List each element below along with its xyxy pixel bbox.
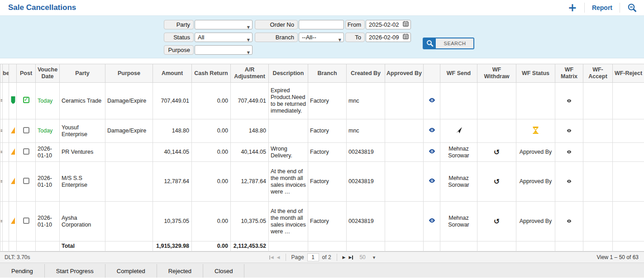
check-icon: ✓	[24, 96, 29, 103]
table-row[interactable]: = ✓ 2026-01-10 PR Ventures 40,144.05 0.0…	[0, 143, 644, 162]
to-date-field[interactable]: 2026-02-09	[366, 33, 411, 42]
post-checkbox[interactable]: ✓	[23, 178, 29, 184]
matrix-eye-icon[interactable]	[567, 128, 572, 134]
from-date-field[interactable]: 2025-02-02	[366, 20, 411, 29]
dropdown-arrow-icon: ▼	[247, 48, 250, 57]
withdraw-undo-icon[interactable]: ↺	[494, 177, 500, 186]
post-checkbox[interactable]: ✓	[23, 127, 29, 133]
paper-plane-icon[interactable]	[455, 127, 462, 135]
withdraw-undo-icon[interactable]: ↺	[494, 217, 500, 226]
calendar-icon[interactable]	[403, 20, 409, 29]
cell-party: Aysha Corporation	[60, 202, 105, 241]
cell-amount: 40,144.05	[153, 143, 192, 162]
col-wf-send[interactable]: WF Send	[440, 64, 477, 83]
hourglass-icon	[533, 129, 539, 135]
col-wf-withdraw[interactable]: WF Withdraw	[477, 64, 516, 83]
wf-status-text: Approved By	[520, 178, 552, 184]
table-row[interactable]: = ✓ 2026-01-10 M/S S.S Enterprise 12,787…	[0, 162, 644, 202]
filter-to-date: To 2026-02-09	[345, 33, 411, 42]
search-button[interactable]: SEARCH	[423, 38, 474, 49]
chevron-down-icon: ▾	[373, 255, 376, 260]
col-ar-adjustment[interactable]: A/R Adjustment	[231, 64, 269, 83]
col-party[interactable]: Party	[60, 64, 105, 83]
col-branch[interactable]: Branch	[308, 64, 347, 83]
col-voucher-date[interactable]: Vouche Date	[36, 64, 60, 83]
grid-footer: DLT: 3.70s ◀ ◀ Page of 2 ▶ ▶ 50▾ View 1 …	[0, 251, 644, 263]
voucher-date: Today	[38, 128, 52, 134]
dropdown-arrow-icon: ▼	[339, 36, 341, 44]
page-size-select[interactable]: 50▾	[359, 254, 375, 260]
sale-cancellations-grid: ber Post Vouche Date Party Purpose Amoun…	[0, 64, 644, 251]
calendar-icon[interactable]	[403, 33, 409, 42]
wf-send-text: Mehnaz Sorowar	[448, 215, 469, 228]
orange-flag-icon	[11, 218, 15, 224]
order-no-input[interactable]	[299, 20, 344, 29]
matrix-eye-icon[interactable]	[567, 149, 572, 156]
matrix-eye-icon[interactable]	[567, 178, 572, 185]
post-checkbox[interactable]: ✓	[23, 97, 29, 103]
table-row[interactable]: = ✓ Today Ceramics Trade Damage/Expire 7…	[0, 83, 644, 119]
page-input[interactable]	[307, 253, 319, 261]
post-checkbox[interactable]: ✓	[23, 148, 29, 155]
cell-ar-adjustment: 10,375.05	[231, 202, 269, 241]
col-wf-status[interactable]: WF Status	[516, 64, 555, 83]
cell-party: Yousuf Enterprise	[60, 119, 105, 143]
col-created-by[interactable]: Created By	[347, 64, 385, 83]
status-tabs: Pending Start Progress Completed Rejecte…	[0, 264, 644, 278]
first-page-button[interactable]: ◀	[269, 255, 274, 260]
col-wf-reject[interactable]: WF-Reject	[613, 64, 644, 83]
col-wf-accept[interactable]: WF-Accept	[583, 64, 613, 83]
matrix-eye-icon[interactable]	[567, 98, 572, 104]
party-label: Party	[164, 20, 194, 29]
purpose-dropdown[interactable]: ▼	[195, 45, 253, 55]
total-cash-return: 0.00	[192, 241, 231, 251]
cell-amount: 10,375.05	[153, 202, 192, 241]
pager: ◀ ◀ Page of 2 ▶ ▶ 50▾	[136, 253, 508, 261]
cell-purpose: Damage/Expire	[105, 119, 153, 143]
tab-completed[interactable]: Completed	[105, 264, 157, 278]
filter-from-date: From 2025-02-02	[345, 20, 411, 29]
party-dropdown[interactable]: ▼	[195, 20, 253, 29]
view-eye-icon[interactable]	[429, 98, 435, 104]
total-ar-adjustment: 2,112,453.52	[231, 241, 269, 251]
tab-start-progress[interactable]: Start Progress	[45, 264, 105, 278]
col-cash-return[interactable]: Cash Return	[192, 64, 231, 83]
status-dropdown[interactable]: All▼	[195, 33, 253, 42]
col-approved-by[interactable]: Approved By	[385, 64, 424, 83]
tab-closed[interactable]: Closed	[203, 264, 244, 278]
col-description[interactable]: Description	[269, 64, 308, 83]
view-eye-icon[interactable]	[429, 128, 435, 134]
page-count: of 2	[322, 254, 331, 260]
view-eye-icon[interactable]	[429, 149, 435, 156]
zoom-out-icon[interactable]	[627, 3, 638, 12]
filter-order-no: Order No	[255, 20, 344, 29]
withdraw-undo-icon[interactable]: ↺	[494, 148, 500, 156]
plus-icon[interactable]: +	[568, 3, 577, 13]
top-actions: + Report	[568, 3, 638, 13]
col-number[interactable]: ber	[3, 64, 9, 83]
col-wf-matrix[interactable]: WF Matrix	[555, 64, 583, 83]
branch-dropdown[interactable]: --All--▼	[299, 33, 344, 42]
report-button[interactable]: Report	[592, 4, 612, 11]
dropdown-arrow-icon: ▼	[247, 23, 250, 32]
next-page-button[interactable]: ▶	[343, 255, 346, 260]
last-page-button[interactable]: ▶	[349, 255, 354, 260]
top-bar: Sale Cancellations + Report	[0, 0, 644, 15]
view-eye-icon[interactable]	[429, 218, 435, 225]
cell-ar-adjustment: 707,449.01	[231, 83, 269, 119]
col-post[interactable]: Post	[17, 64, 36, 83]
table-row[interactable]: = ✓ 2026-01-10 Aysha Corporation 10,375.…	[0, 202, 644, 241]
tab-rejected[interactable]: Rejected	[157, 264, 203, 278]
view-eye-icon[interactable]	[429, 178, 435, 185]
cell-purpose: Damage/Expire	[105, 83, 153, 119]
orange-flag-icon	[11, 148, 15, 155]
tab-pending[interactable]: Pending	[0, 264, 45, 278]
matrix-eye-icon[interactable]	[567, 218, 572, 225]
prev-page-button[interactable]: ◀	[277, 255, 280, 260]
divider	[620, 3, 620, 13]
cell-created-by: mnc	[347, 119, 385, 143]
col-purpose[interactable]: Purpose	[105, 64, 153, 83]
table-row[interactable]: = ✓ Today Yousuf Enterprise Damage/Expir…	[0, 119, 644, 143]
post-checkbox[interactable]: ✓	[23, 218, 29, 224]
col-amount[interactable]: Amount	[153, 64, 192, 83]
